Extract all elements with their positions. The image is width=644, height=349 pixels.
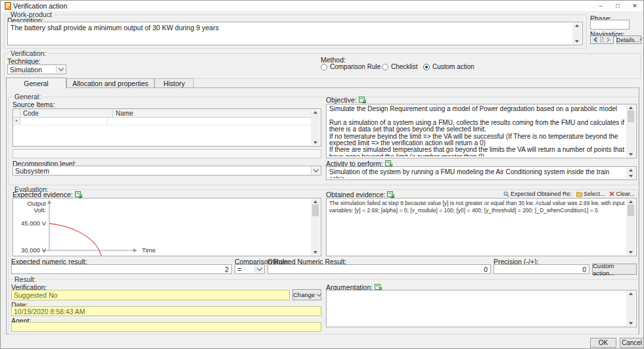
activity-to-perform-input[interactable]: Simulation of the system by running a FM… (326, 166, 637, 180)
close-button[interactable]: ✕ (626, 1, 643, 11)
decomposition-level-value: Subsystem (15, 167, 49, 175)
obtained-evidence-input[interactable]: The simulation failed at step 8 because … (326, 198, 637, 256)
activity-scrollbar[interactable] (626, 168, 635, 179)
open-editor-icon[interactable] (387, 191, 394, 198)
tab-label: General (24, 80, 48, 87)
table-new-row[interactable]: * (13, 118, 311, 126)
cancel-button[interactable]: Cancel (620, 338, 644, 348)
result-group-label: Result: (12, 275, 38, 283)
radio-selected-icon (423, 64, 430, 70)
obtained-evidence-toolbar: Expected Obtained Re: Select... Clear... (503, 191, 635, 197)
chart-scrollbar[interactable] (311, 199, 320, 255)
argumentation-input[interactable] (326, 290, 637, 327)
method-radio-custom-action[interactable]: Custom action (423, 63, 474, 70)
technique-value: Simulation (10, 66, 42, 74)
objective-label-text: Objective: (326, 96, 357, 104)
folder-select-icon (576, 191, 582, 197)
column-header-name[interactable]: Name (113, 109, 311, 117)
expected-evidence-chart-panel: Output Volt: 45.000 V 30.000 V Time (12, 198, 321, 256)
clear-evidence-button[interactable]: Clear... (609, 191, 635, 197)
tab-label: Allocation and properties (72, 80, 149, 87)
open-editor-icon[interactable] (359, 97, 366, 103)
row-header-corner (13, 109, 20, 117)
agent-field[interactable] (11, 322, 321, 332)
verification-group-label: Verification: (9, 49, 48, 57)
change-button[interactable]: Change (292, 289, 321, 300)
method-radio-comparison-rule[interactable]: Comparison Rule (321, 63, 380, 70)
argumentation-scrollbar[interactable] (626, 291, 635, 326)
ok-button-label: OK (599, 339, 608, 346)
obtained-evidence-scrollbar[interactable] (626, 199, 635, 255)
clear-label: Clear... (616, 191, 635, 197)
column-header-code[interactable]: Code (20, 109, 113, 117)
verification-result-field[interactable]: Suggested No (11, 290, 290, 300)
activity-value: Simulation of the system by running a FM… (329, 168, 625, 178)
argumentation-value (329, 292, 625, 325)
navigate-back-button[interactable] (590, 35, 601, 44)
voltage-time-chart: Output Volt: 45.000 V 30.000 V Time (13, 198, 311, 256)
table-cell (20, 118, 108, 125)
chevron-down-icon (254, 266, 264, 273)
details-button-label: Details... (616, 37, 639, 43)
source-items-table: Code Name * (12, 108, 321, 147)
precision-input[interactable]: 0 (494, 264, 589, 274)
method-radio-label: Checklist (391, 63, 418, 70)
maximize-button[interactable]: □ (609, 1, 626, 11)
description-scrollbar[interactable] (572, 23, 582, 44)
magnifier-icon (503, 191, 509, 197)
decomposition-level-select[interactable]: Subsystem (12, 166, 321, 175)
phase-input[interactable] (590, 20, 630, 30)
tab-label: History (164, 80, 185, 87)
select-label: Select... (584, 191, 605, 197)
radio-icon (321, 64, 327, 70)
method-radio-label: Comparison Rule (330, 63, 380, 70)
tick-30000: 30.000 V (21, 246, 47, 254)
chevron-down-icon (56, 66, 65, 73)
description-value: The battery shall provide a minimum outp… (11, 24, 571, 43)
tab-history[interactable]: History (154, 78, 194, 88)
custom-action-button[interactable]: Custom action... (592, 264, 637, 275)
tab-general[interactable]: General (6, 78, 66, 88)
tick-45000: 45.000 V (21, 220, 47, 227)
source-items-footer-panel (12, 149, 321, 158)
minimize-icon: – (599, 3, 602, 9)
expected-numeric-result-input[interactable]: 2 (11, 264, 232, 274)
verification-action-dialog: Verification action – □ ✕ Work-product D… (0, 0, 644, 349)
open-editor-icon[interactable] (75, 191, 82, 198)
comparison-rule-select[interactable]: = (235, 264, 265, 274)
minimize-button[interactable]: – (592, 1, 609, 11)
table-header-row: Code Name (13, 109, 311, 118)
objective-input[interactable]: Simulate the Design Requirement using a … (326, 104, 637, 158)
method-radio-label: Custom action (432, 63, 474, 70)
chevron-down-icon (311, 167, 320, 174)
objective-scrollbar[interactable] (626, 105, 635, 157)
window-title: Verification action (13, 2, 67, 10)
radio-icon (382, 64, 388, 70)
general-group-label: General: (12, 93, 43, 101)
comparison-rule-value: = (237, 266, 241, 273)
verification-action-icon (4, 2, 12, 10)
cancel-button-label: Cancel (622, 339, 642, 346)
tab-allocation-and-properties[interactable]: Allocation and properties (66, 78, 154, 88)
chevron-down-icon (639, 37, 642, 40)
technique-select[interactable]: Simulation (7, 64, 66, 74)
method-radio-checklist[interactable]: Checklist (382, 63, 418, 70)
ok-button[interactable]: OK (590, 338, 616, 348)
change-button-label: Change (293, 291, 315, 298)
obtained-evidence-value: The simulation failed at step 8 because … (329, 200, 625, 254)
expected-obtained-results-button[interactable]: Expected Obtained Re: (503, 191, 572, 197)
description-input[interactable]: The battery shall provide a minimum outp… (7, 22, 583, 45)
source-items-label: Source Items: (12, 101, 55, 108)
close-icon: ✕ (632, 3, 637, 9)
table-scrollbar[interactable] (311, 110, 320, 145)
navigate-forward-button[interactable] (603, 35, 614, 44)
maximize-icon: □ (616, 3, 619, 9)
clear-x-icon (609, 191, 614, 197)
chevron-left-icon (593, 37, 599, 43)
select-evidence-button[interactable]: Select... (576, 191, 605, 197)
chevron-down-icon (317, 292, 321, 296)
details-button[interactable]: Details... (616, 35, 641, 44)
date-field[interactable]: 10/19/2020 8:58:43 AM (11, 306, 321, 316)
obtained-numeric-result-input[interactable]: 0 (267, 264, 491, 274)
objective-label: Objective: (326, 96, 366, 104)
